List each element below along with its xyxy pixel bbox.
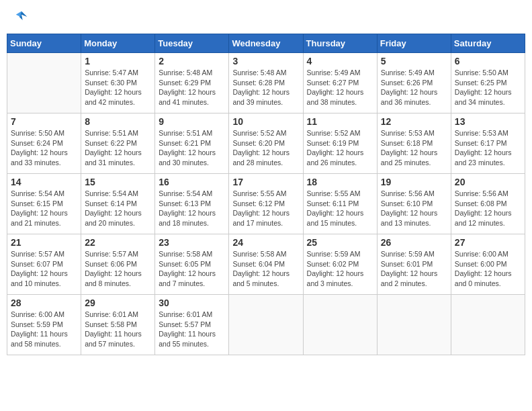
day-number: 15 <box>85 177 151 187</box>
day-info: Sunrise: 6:00 AM Sunset: 5:59 PM Dayligh… <box>11 310 77 349</box>
day-number: 1 <box>85 56 151 66</box>
day-number: 19 <box>381 177 447 187</box>
day-number: 30 <box>159 298 225 308</box>
calendar-week-row: 21Sunrise: 5:57 AM Sunset: 6:07 PM Dayli… <box>7 234 525 295</box>
day-number: 22 <box>85 237 151 248</box>
day-info: Sunrise: 5:52 AM Sunset: 6:20 PM Dayligh… <box>232 128 299 168</box>
logo <box>13 10 28 24</box>
calendar-cell: 1Sunrise: 5:47 AM Sunset: 6:30 PM Daylig… <box>81 53 155 113</box>
day-info: Sunrise: 6:01 AM Sunset: 5:58 PM Dayligh… <box>85 310 151 349</box>
day-info: Sunrise: 5:51 AM Sunset: 6:22 PM Dayligh… <box>85 128 151 168</box>
day-number: 6 <box>455 56 521 66</box>
day-info: Sunrise: 5:53 AM Sunset: 6:17 PM Dayligh… <box>455 128 521 168</box>
calendar-cell <box>303 295 377 355</box>
day-info: Sunrise: 5:47 AM Sunset: 6:30 PM Dayligh… <box>85 68 151 107</box>
day-of-week-header: Saturday <box>451 34 525 53</box>
calendar-cell: 20Sunrise: 5:56 AM Sunset: 6:08 PM Dayli… <box>451 174 525 234</box>
day-number: 18 <box>307 177 373 187</box>
calendar-cell: 24Sunrise: 5:58 AM Sunset: 6:04 PM Dayli… <box>229 234 303 295</box>
day-info: Sunrise: 6:01 AM Sunset: 5:57 PM Dayligh… <box>159 310 225 349</box>
day-number: 3 <box>232 56 299 66</box>
calendar-cell: 21Sunrise: 5:57 AM Sunset: 6:07 PM Dayli… <box>7 234 81 295</box>
calendar-table: SundayMondayTuesdayWednesdayThursdayFrid… <box>7 34 525 355</box>
calendar-cell <box>377 295 451 355</box>
day-info: Sunrise: 5:52 AM Sunset: 6:19 PM Dayligh… <box>307 128 373 168</box>
day-number: 16 <box>159 177 225 187</box>
day-number: 25 <box>307 237 373 248</box>
day-info: Sunrise: 5:59 AM Sunset: 6:01 PM Dayligh… <box>381 249 447 289</box>
day-number: 28 <box>11 298 77 308</box>
calendar-cell: 6Sunrise: 5:50 AM Sunset: 6:25 PM Daylig… <box>451 53 525 113</box>
day-of-week-header: Monday <box>81 34 155 53</box>
calendar-cell: 23Sunrise: 5:58 AM Sunset: 6:05 PM Dayli… <box>155 234 229 295</box>
calendar-cell: 19Sunrise: 5:56 AM Sunset: 6:10 PM Dayli… <box>377 174 451 234</box>
calendar-week-row: 14Sunrise: 5:54 AM Sunset: 6:15 PM Dayli… <box>7 174 525 234</box>
calendar-cell: 4Sunrise: 5:49 AM Sunset: 6:27 PM Daylig… <box>303 53 377 113</box>
day-number: 21 <box>11 237 77 248</box>
day-number: 9 <box>159 116 225 127</box>
day-of-week-header: Sunday <box>7 34 81 53</box>
day-of-week-header: Wednesday <box>229 34 303 53</box>
day-number: 12 <box>381 116 447 127</box>
calendar-cell: 5Sunrise: 5:49 AM Sunset: 6:26 PM Daylig… <box>377 53 451 113</box>
calendar-cell: 28Sunrise: 6:00 AM Sunset: 5:59 PM Dayli… <box>7 295 81 355</box>
day-number: 7 <box>11 116 77 127</box>
day-info: Sunrise: 5:55 AM Sunset: 6:11 PM Dayligh… <box>307 189 373 228</box>
calendar-header-row: SundayMondayTuesdayWednesdayThursdayFrid… <box>7 34 525 53</box>
calendar-cell: 17Sunrise: 5:55 AM Sunset: 6:12 PM Dayli… <box>229 174 303 234</box>
day-info: Sunrise: 5:55 AM Sunset: 6:12 PM Dayligh… <box>232 189 299 228</box>
day-info: Sunrise: 5:49 AM Sunset: 6:26 PM Dayligh… <box>381 68 447 107</box>
day-number: 26 <box>381 237 447 248</box>
day-info: Sunrise: 5:49 AM Sunset: 6:27 PM Dayligh… <box>307 68 373 107</box>
calendar-cell <box>7 53 81 113</box>
calendar-cell: 15Sunrise: 5:54 AM Sunset: 6:14 PM Dayli… <box>81 174 155 234</box>
calendar-cell: 25Sunrise: 5:59 AM Sunset: 6:02 PM Dayli… <box>303 234 377 295</box>
day-number: 4 <box>307 56 373 66</box>
logo-icon <box>15 10 28 24</box>
day-info: Sunrise: 5:58 AM Sunset: 6:05 PM Dayligh… <box>159 249 225 289</box>
page-header <box>7 7 525 27</box>
calendar-cell: 3Sunrise: 5:48 AM Sunset: 6:28 PM Daylig… <box>229 53 303 113</box>
day-info: Sunrise: 5:48 AM Sunset: 6:29 PM Dayligh… <box>159 68 225 107</box>
day-info: Sunrise: 5:54 AM Sunset: 6:13 PM Dayligh… <box>159 189 225 228</box>
day-number: 17 <box>232 177 299 187</box>
calendar-cell <box>229 295 303 355</box>
day-number: 10 <box>232 116 299 127</box>
calendar-cell: 22Sunrise: 5:57 AM Sunset: 6:06 PM Dayli… <box>81 234 155 295</box>
calendar-cell: 13Sunrise: 5:53 AM Sunset: 6:17 PM Dayli… <box>451 113 525 174</box>
day-number: 20 <box>455 177 521 187</box>
day-number: 24 <box>232 237 299 248</box>
day-info: Sunrise: 5:57 AM Sunset: 6:06 PM Dayligh… <box>85 249 151 289</box>
day-of-week-header: Friday <box>377 34 451 53</box>
day-number: 27 <box>455 237 521 248</box>
day-number: 14 <box>11 177 77 187</box>
day-of-week-header: Thursday <box>303 34 377 53</box>
day-info: Sunrise: 5:54 AM Sunset: 6:14 PM Dayligh… <box>85 189 151 228</box>
calendar-cell: 27Sunrise: 6:00 AM Sunset: 6:00 PM Dayli… <box>451 234 525 295</box>
calendar-cell: 16Sunrise: 5:54 AM Sunset: 6:13 PM Dayli… <box>155 174 229 234</box>
day-number: 29 <box>85 298 151 308</box>
day-info: Sunrise: 5:51 AM Sunset: 6:21 PM Dayligh… <box>159 128 225 168</box>
day-number: 5 <box>381 56 447 66</box>
day-info: Sunrise: 5:56 AM Sunset: 6:08 PM Dayligh… <box>455 189 521 228</box>
day-number: 23 <box>159 237 225 248</box>
calendar-cell: 26Sunrise: 5:59 AM Sunset: 6:01 PM Dayli… <box>377 234 451 295</box>
day-info: Sunrise: 5:56 AM Sunset: 6:10 PM Dayligh… <box>381 189 447 228</box>
day-info: Sunrise: 5:58 AM Sunset: 6:04 PM Dayligh… <box>232 249 299 289</box>
day-info: Sunrise: 5:57 AM Sunset: 6:07 PM Dayligh… <box>11 249 77 289</box>
calendar-cell: 12Sunrise: 5:53 AM Sunset: 6:18 PM Dayli… <box>377 113 451 174</box>
calendar-cell: 18Sunrise: 5:55 AM Sunset: 6:11 PM Dayli… <box>303 174 377 234</box>
day-info: Sunrise: 5:50 AM Sunset: 6:24 PM Dayligh… <box>11 128 77 168</box>
calendar-cell: 2Sunrise: 5:48 AM Sunset: 6:29 PM Daylig… <box>155 53 229 113</box>
day-info: Sunrise: 6:00 AM Sunset: 6:00 PM Dayligh… <box>455 249 521 289</box>
day-of-week-header: Tuesday <box>155 34 229 53</box>
day-info: Sunrise: 5:48 AM Sunset: 6:28 PM Dayligh… <box>232 68 299 107</box>
calendar-cell: 10Sunrise: 5:52 AM Sunset: 6:20 PM Dayli… <box>229 113 303 174</box>
calendar-cell <box>451 295 525 355</box>
calendar-cell: 9Sunrise: 5:51 AM Sunset: 6:21 PM Daylig… <box>155 113 229 174</box>
day-number: 8 <box>85 116 151 127</box>
calendar-cell: 14Sunrise: 5:54 AM Sunset: 6:15 PM Dayli… <box>7 174 81 234</box>
day-info: Sunrise: 5:53 AM Sunset: 6:18 PM Dayligh… <box>381 128 447 168</box>
calendar-week-row: 1Sunrise: 5:47 AM Sunset: 6:30 PM Daylig… <box>7 53 525 113</box>
calendar-cell: 8Sunrise: 5:51 AM Sunset: 6:22 PM Daylig… <box>81 113 155 174</box>
